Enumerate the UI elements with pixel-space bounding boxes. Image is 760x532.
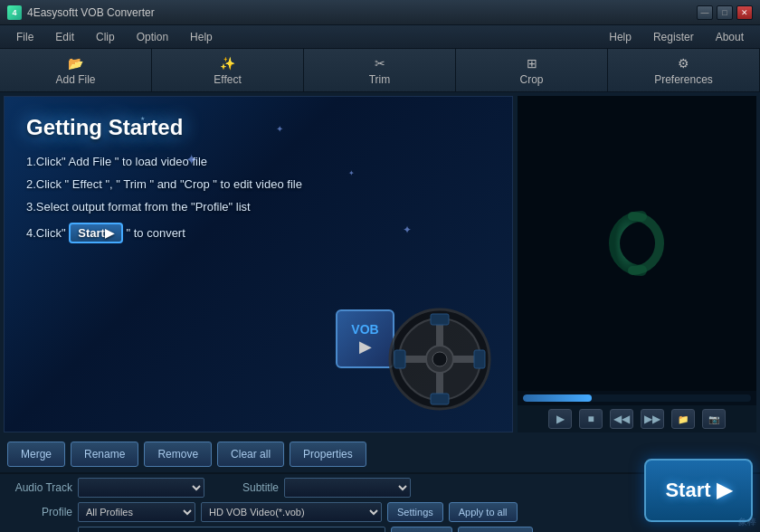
folder-button[interactable]: 📁 xyxy=(671,409,695,429)
menu-option[interactable]: Option xyxy=(128,28,177,46)
subtitle-select[interactable] xyxy=(284,478,411,498)
trim-icon: ✂ xyxy=(372,55,388,71)
sparkle-4: ✦ xyxy=(403,223,412,236)
audio-track-row: Audio Track Subtitle xyxy=(7,478,633,498)
toolbar-preferences[interactable]: ⚙ Preferences xyxy=(608,49,760,91)
open-folder-button[interactable]: Open Folder xyxy=(458,527,533,532)
close-button[interactable]: ✕ xyxy=(736,5,753,20)
bottom-section: Audio Track Subtitle Profile All Profile… xyxy=(0,472,760,532)
menu-bar: File Edit Clip Option Help Help Register… xyxy=(0,25,760,49)
app-icon: 4 xyxy=(7,5,22,20)
profile-row: Profile All Profiles HD VOB Video(*.vob)… xyxy=(7,502,633,522)
maximize-button[interactable]: □ xyxy=(717,5,733,20)
title-text: 4Easysoftt VOB Converter xyxy=(27,6,155,19)
title-bar-left: 4 4Easysoftt VOB Converter xyxy=(7,5,155,20)
profile-select-all[interactable]: All Profiles xyxy=(78,502,195,522)
menu-clip[interactable]: Clip xyxy=(87,28,124,46)
menu-help-right[interactable]: Help xyxy=(600,28,641,46)
play-button[interactable]: ▶ xyxy=(548,409,572,429)
forward-button[interactable]: ▶▶ xyxy=(641,409,664,429)
menu-help[interactable]: Help xyxy=(181,28,222,46)
video-progress-fill xyxy=(523,394,592,402)
screenshot-button[interactable]: 📷 xyxy=(702,409,726,429)
main-content: Getting Started 1.Click" Add File " to l… xyxy=(0,92,760,436)
sparkle-2: ✦ xyxy=(276,124,283,134)
toolbar-effect[interactable]: ✨ Effect xyxy=(152,49,304,91)
menu-edit[interactable]: Edit xyxy=(46,28,83,46)
svg-rect-9 xyxy=(474,350,485,368)
clear-all-button[interactable]: Clear all xyxy=(217,442,284,467)
properties-button[interactable]: Properties xyxy=(290,442,366,467)
subtitle-label: Subtitle xyxy=(233,481,279,494)
audio-track-label: Audio Track xyxy=(7,481,72,494)
rewind-button[interactable]: ◀◀ xyxy=(610,409,633,429)
film-reel-decoration xyxy=(385,305,494,413)
stop-button[interactable]: ■ xyxy=(579,409,603,429)
video-controls: ▶ ■ ◀◀ ▶▶ 📁 📷 xyxy=(518,405,756,432)
gs-step2: 2.Click " Effect ", " Trim " and "Crop "… xyxy=(26,177,490,191)
minimize-button[interactable]: — xyxy=(697,5,713,20)
sparkle-1: ✦ xyxy=(185,151,197,168)
window-controls: — □ ✕ xyxy=(697,5,753,20)
preferences-icon: ⚙ xyxy=(676,55,692,71)
svg-rect-8 xyxy=(394,350,405,368)
form-area: Audio Track Subtitle Profile All Profile… xyxy=(0,473,760,532)
browse-button[interactable]: Browse... xyxy=(391,527,452,532)
svg-rect-11 xyxy=(431,394,449,404)
merge-button[interactable]: Merge xyxy=(7,442,65,467)
menu-register[interactable]: Register xyxy=(644,28,703,46)
start-button[interactable]: Start ▶ xyxy=(644,459,753,522)
effect-icon: ✨ xyxy=(220,55,236,71)
preview-area: Getting Started 1.Click" Add File " to l… xyxy=(4,96,513,432)
video-progress-bar[interactable] xyxy=(523,394,751,402)
svg-rect-10 xyxy=(431,314,449,325)
video-logo xyxy=(592,198,682,289)
destination-row: Destination Browse... Open Folder xyxy=(7,527,633,532)
crop-icon: ⊞ xyxy=(524,55,540,71)
getting-started-title: Getting Started xyxy=(26,115,490,140)
profile-select-format[interactable]: HD VOB Video(*.vob) xyxy=(201,502,382,522)
sparkle-3: ✦ xyxy=(348,169,355,177)
apply-to-all-button[interactable]: Apply to all xyxy=(449,502,518,522)
menu-about[interactable]: About xyxy=(707,28,753,46)
toolbar-add-file[interactable]: 📂 Add File xyxy=(0,49,152,91)
toolbar-crop[interactable]: ⊞ Crop xyxy=(456,49,608,91)
sparkle-5: ★ xyxy=(140,115,145,121)
video-screen xyxy=(518,96,756,391)
profile-label: Profile xyxy=(7,506,72,518)
rename-button[interactable]: Rename xyxy=(71,442,138,467)
start-button-container: Start ▶ xyxy=(644,459,753,522)
gs-step3: 3.Select output format from the "Profile… xyxy=(26,200,490,214)
toolbar: 📂 Add File ✨ Effect ✂ Trim ⊞ Crop ⚙ Pref… xyxy=(0,49,760,92)
settings-button[interactable]: Settings xyxy=(387,502,443,522)
title-bar: 4 4Easysoftt VOB Converter — □ ✕ xyxy=(0,0,760,25)
svg-point-3 xyxy=(432,352,447,366)
audio-track-select[interactable] xyxy=(78,478,204,498)
destination-input[interactable] xyxy=(78,527,385,532)
gs-step4: 4.Click" Start ▶ " to convert xyxy=(26,223,490,243)
start-inline-badge: Start ▶ xyxy=(69,223,123,243)
gs-step1: 1.Click" Add File " to load video file xyxy=(26,155,490,168)
add-file-icon: 📂 xyxy=(68,55,84,71)
toolbar-trim[interactable]: ✂ Trim xyxy=(304,49,456,91)
video-player: ▶ ■ ◀◀ ▶▶ 📁 📷 xyxy=(517,96,756,432)
menu-file[interactable]: File xyxy=(7,28,43,46)
watermark: 象棒 xyxy=(738,516,756,528)
remove-button[interactable]: Remove xyxy=(144,442,212,467)
menu-left: File Edit Clip Option Help xyxy=(7,28,222,46)
menu-right: Help Register About xyxy=(600,28,753,46)
